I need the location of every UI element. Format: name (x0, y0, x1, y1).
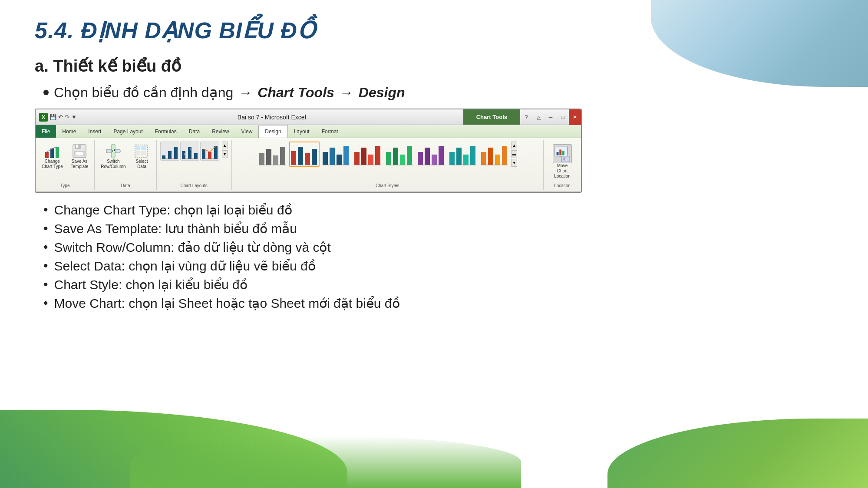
style-thumb-7[interactable] (448, 142, 478, 167)
type-group-label: Type (60, 181, 70, 188)
list-item-3: Switch Row/Column: đảo dữ liệu từ dòng v… (35, 240, 833, 255)
layouts-scroll-down[interactable]: ▼ (222, 150, 228, 158)
bullet-intro-text: Chọn biểu đồ cần định dạng (54, 84, 233, 101)
tab-insert[interactable]: Insert (82, 125, 107, 138)
svg-rect-0 (45, 152, 49, 158)
excel-icon: X (39, 113, 48, 122)
svg-rect-28 (214, 146, 218, 159)
tab-home[interactable]: Home (56, 125, 82, 138)
ribbon-body: ChangeChart Type Save AsT (36, 138, 581, 192)
layout-thumb-2[interactable]: 1 2 (180, 142, 199, 161)
svg-rect-45 (354, 152, 360, 165)
arrow2: → (340, 85, 353, 101)
help-btn[interactable]: ? (520, 109, 532, 125)
style-thumb-6[interactable] (416, 142, 446, 167)
list-item-5: Chart Style: chọn lại kiểu biểu đồ (35, 277, 833, 292)
svg-rect-63 (470, 146, 475, 165)
tab-review[interactable]: Review (206, 125, 235, 138)
svg-rect-13 (141, 146, 146, 150)
tab-formulas[interactable]: Formulas (149, 125, 183, 138)
tab-file[interactable]: File (36, 125, 56, 138)
dropdown-icon[interactable]: ▼ (71, 114, 77, 120)
svg-rect-16 (162, 155, 165, 159)
switch-row-column-label: SwitchRow/Column (101, 159, 125, 169)
switch-row-column-btn[interactable]: ⇄ SwitchRow/Column (98, 142, 128, 171)
style-thumb-5[interactable] (384, 142, 415, 167)
type-group-content: ChangeChart Type Save AsT (39, 142, 91, 181)
svg-rect-58 (439, 146, 444, 165)
ribbon-toggle-btn[interactable]: △ (532, 109, 545, 125)
svg-rect-33 (280, 147, 285, 165)
list-item-6: Move Chart: chọn lại Sheet hoặc tạo Shee… (35, 296, 833, 311)
svg-rect-71 (557, 152, 559, 155)
change-chart-type-btn[interactable]: ChangeChart Type (39, 142, 66, 171)
svg-rect-27 (208, 152, 211, 159)
styles-scroll-down[interactable]: ▼ (511, 159, 517, 167)
data-group: ⇄ SwitchRow/Column (95, 140, 156, 190)
select-data-label: SelectData (136, 159, 148, 169)
list-item-2: Save As Template: lưu thành biểu đồ mẫu (35, 221, 833, 236)
svg-rect-52 (400, 155, 405, 165)
list-item-1: Change Chart Type: chọn lại loại biểu đồ (35, 202, 833, 218)
style-thumb-2[interactable] (289, 142, 320, 167)
svg-rect-32 (273, 155, 278, 165)
style-thumb-3[interactable] (321, 142, 351, 167)
layout-thumb-1[interactable] (160, 142, 179, 161)
window-controls: ? △ ─ □ ✕ (520, 109, 581, 125)
svg-rect-66 (488, 148, 493, 165)
svg-rect-57 (432, 155, 437, 165)
svg-rect-2 (56, 147, 59, 158)
close-btn[interactable]: ✕ (569, 109, 581, 125)
move-chart-btn[interactable]: ⊞ MoveChartLocation (547, 142, 578, 181)
select-data-btn[interactable]: SelectData (131, 142, 153, 171)
move-chart-label: MoveChartLocation (554, 163, 571, 179)
maximize-btn[interactable]: □ (557, 109, 569, 125)
svg-rect-62 (463, 155, 469, 165)
title-bar-left: X 💾 ↶ ↷ ▼ (36, 109, 80, 125)
chart-tools-tab: Chart Tools (463, 109, 520, 125)
style-thumb-1[interactable] (257, 142, 288, 167)
svg-rect-5 (76, 145, 78, 148)
tab-design[interactable]: Design (258, 125, 287, 138)
select-data-icon (134, 143, 150, 159)
chart-layouts-group-label: Chart Layouts (180, 181, 207, 188)
save-as-template-icon (72, 143, 87, 159)
data-group-content: ⇄ SwitchRow/Column (98, 142, 152, 181)
tab-page-layout[interactable]: Page Layout (107, 125, 149, 138)
tab-layout[interactable]: Layout (288, 125, 316, 138)
main-title: 5.4. ĐỊNH DẠNG BIỂU ĐỒ (35, 17, 833, 43)
svg-rect-30 (259, 153, 264, 165)
svg-rect-72 (559, 149, 561, 155)
styles-scroll-mid[interactable]: ▬ (511, 150, 517, 158)
svg-rect-53 (407, 146, 412, 165)
svg-rect-60 (449, 152, 455, 165)
tab-data[interactable]: Data (183, 125, 206, 138)
style-thumb-8[interactable] (479, 142, 510, 167)
save-as-template-label: Save AsTemplate (71, 159, 89, 169)
svg-rect-35 (291, 151, 296, 165)
minimize-btn[interactable]: ─ (545, 109, 557, 125)
undo-icon[interactable]: ↶ (58, 114, 63, 120)
tab-view[interactable]: View (235, 125, 259, 138)
chart-styles-group: ▲ ▬ ▼ Chart Styles (232, 140, 544, 190)
tab-format[interactable]: Format (316, 125, 344, 138)
layout-thumb-3[interactable] (200, 142, 219, 161)
svg-rect-42 (337, 155, 342, 165)
chart-styles-group-label: Chart Styles (376, 181, 399, 188)
style-thumb-4[interactable] (353, 142, 383, 167)
bg-decoration-bottom-mid (130, 436, 521, 488)
svg-rect-46 (361, 148, 366, 165)
styles-scroll-up[interactable]: ▲ (511, 142, 517, 149)
location-group-content: ⊞ MoveChartLocation (547, 142, 578, 181)
layouts-scroll-up[interactable]: ▲ (222, 142, 228, 149)
svg-rect-67 (495, 155, 500, 165)
save-as-template-btn[interactable]: Save AsTemplate (68, 142, 91, 171)
redo-icon[interactable]: ↷ (65, 114, 69, 120)
svg-rect-73 (562, 151, 564, 155)
data-group-label: Data (121, 181, 130, 188)
svg-rect-38 (312, 149, 317, 165)
save-icon[interactable]: 💾 (50, 114, 56, 120)
svg-rect-51 (393, 148, 398, 165)
change-chart-type-label: ChangeChart Type (42, 159, 63, 169)
svg-rect-12 (136, 146, 140, 150)
